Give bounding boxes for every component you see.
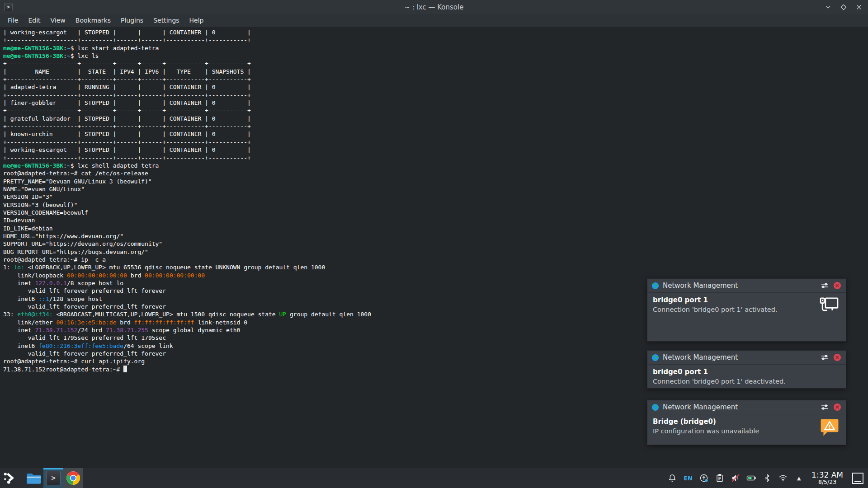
notification-settings-button[interactable] (820, 353, 829, 362)
chrome-icon (66, 470, 81, 486)
notification-message: Connection 'bridge0 port 1' activated. (653, 306, 840, 313)
sliders-icon (821, 282, 829, 290)
app-launcher-button[interactable] (0, 468, 20, 488)
terminal-line: root@adapted-tetra:~# ip -c a (3, 256, 868, 263)
volume-muted-icon[interactable] (730, 472, 741, 484)
globe-icon (651, 354, 659, 361)
terminal-line: HOME_URL="https://www.devuan.org/" (3, 232, 868, 240)
menu-file[interactable]: File (3, 15, 23, 26)
globe-icon (651, 282, 659, 290)
window-title: ~ : lxc — Konsole (0, 3, 868, 11)
menu-bookmarks[interactable]: Bookmarks (71, 15, 116, 26)
notification-app-name: Network Management (663, 403, 816, 411)
close-circle-icon (833, 282, 841, 290)
notification-message: Connection 'bridge0 port 1' deactivated. (653, 378, 840, 385)
menu-plugins[interactable]: Plugins (116, 15, 148, 26)
close-circle-icon (833, 353, 841, 361)
terminal-line: ID=devuan (3, 216, 868, 224)
close-icon (855, 4, 863, 11)
maximize-button[interactable] (839, 3, 848, 12)
close-circle-icon (833, 403, 841, 411)
terminal-line: +--------------------+---------+------+-… (3, 75, 868, 83)
network-connected-icon (819, 296, 840, 317)
warning-icon (820, 418, 840, 439)
terminal-line: inet6 fe80::216:3eff:fee5:bade/64 scope … (3, 342, 868, 350)
clock-date: 8/5/23 (811, 479, 843, 485)
notification-close-button[interactable] (833, 353, 842, 362)
terminal-line: SUPPORT_URL="https://devuan.org/os/commu… (3, 240, 868, 248)
notification-settings-button[interactable] (820, 403, 829, 412)
wifi-icon[interactable] (777, 472, 789, 484)
tray-expander-caret[interactable]: ▲ (793, 472, 805, 484)
updates-icon[interactable] (698, 472, 710, 484)
terminal-line: me@me-GWTN156-3BK:~$ lxc ls (3, 52, 868, 60)
bluetooth-icon[interactable] (761, 472, 773, 484)
terminal-line: | known-urchin | STOPPED | | | CONTAINER… (3, 130, 868, 138)
terminal-line: | working-escargot | STOPPED | | | CONTA… (3, 28, 868, 36)
minimize-button[interactable] (824, 3, 833, 12)
terminal-line: +--------------------+---------+------+-… (3, 122, 868, 130)
window-titlebar[interactable]: > ~ : lxc — Konsole (0, 0, 868, 14)
terminal-line: me@me-GWTN156-3BK:~$ lxc shell adapted-t… (3, 162, 868, 169)
notification-title: Bridge (bridge0) (653, 418, 840, 426)
menu-settings[interactable]: Settings (148, 15, 184, 26)
notification-close-button[interactable] (833, 403, 842, 412)
notification-bridge0-activated[interactable]: Network Management bridge0 port 1 Connec… (647, 278, 846, 342)
terminal-line: ID_LIKE=debian (3, 225, 868, 232)
battery-icon[interactable] (745, 472, 757, 484)
chevron-down-icon (825, 4, 832, 11)
terminal-line: +--------------------+---------+------+-… (3, 36, 868, 44)
terminal-line: | finer-gobbler | STOPPED | | | CONTAINE… (3, 99, 868, 107)
notification-bridge0-ip-unavailable[interactable]: Network Management Bridge (bridge0) IP c… (647, 400, 846, 445)
terminal-line: VERSION_ID="3" (3, 193, 868, 201)
dolphin-folder-icon (25, 470, 42, 486)
sliders-icon (821, 403, 829, 411)
notifications-bell-icon[interactable] (666, 472, 678, 484)
taskbar-item-konsole-active[interactable]: > (43, 468, 63, 488)
terminal-line: | working-escargot | STOPPED | | | CONTA… (3, 146, 868, 154)
clock-time: 1:32 AM (811, 471, 843, 479)
menu-view[interactable]: View (46, 15, 71, 26)
terminal-line: | grateful-labrador | STOPPED | | | CONT… (3, 115, 868, 122)
language-label: EN (684, 475, 693, 482)
terminal-line: 1: lo: <LOOPBACK,UP,LOWER_UP> mtu 65536 … (3, 263, 868, 271)
close-button[interactable] (854, 3, 863, 12)
terminal-line: PRETTY_NAME="Devuan GNU/Linux 3 (beowulf… (3, 178, 868, 185)
diamond-icon (840, 4, 847, 11)
terminal-line: +--------------------+---------+------+-… (3, 138, 868, 146)
desktop: > ~ : lxc — Konsole File Edit View Bookm… (0, 0, 868, 488)
menubar: File Edit View Bookmarks Plugins Setting… (0, 14, 868, 27)
terminal-line: +--------------------+---------+------+-… (3, 107, 868, 114)
terminal-line: +--------------------+---------+------+-… (3, 154, 868, 162)
menu-help[interactable]: Help (184, 15, 209, 26)
taskbar-item-chrome[interactable] (63, 468, 83, 488)
notification-app-name: Network Management (663, 282, 816, 290)
notification-bridge0-deactivated[interactable]: Network Management bridge0 port 1 Connec… (647, 350, 846, 389)
menu-edit[interactable]: Edit (23, 15, 45, 26)
notification-settings-button[interactable] (820, 281, 829, 290)
globe-icon (651, 404, 659, 411)
clock[interactable]: 1:32 AM 8/5/23 (809, 471, 846, 485)
kde-launcher-icon (3, 471, 17, 485)
keyboard-layout-indicator[interactable]: EN (682, 472, 694, 484)
taskbar-item-dolphin[interactable] (24, 468, 43, 488)
notification-title: bridge0 port 1 (653, 296, 840, 304)
notification-app-name: Network Management (663, 353, 816, 361)
terminal-line: me@me-GWTN156-3BK:~$ lxc start adapted-t… (3, 44, 868, 52)
show-desktop-button[interactable] (850, 468, 865, 488)
terminal-line: +--------------------+---------+------+-… (3, 60, 868, 67)
terminal-line: VERSION="3 (beowulf)" (3, 201, 868, 209)
notification-message: IP configuration was unavailable (653, 427, 840, 435)
terminal-line: +--------------------+---------+------+-… (3, 91, 868, 99)
terminal-line: | adapted-tetra | RUNNING | | | CONTAINE… (3, 83, 868, 91)
konsole-icon: > (46, 471, 61, 485)
terminal-line: VERSION_CODENAME=beowulf (3, 209, 868, 216)
terminal-line: root@adapted-tetra:~# cat /etc/os-releas… (3, 169, 868, 177)
notification-close-button[interactable] (833, 281, 842, 290)
terminal-line: NAME="Devuan GNU/Linux" (3, 185, 868, 193)
terminal-cursor (123, 366, 127, 372)
clipboard-icon[interactable] (714, 472, 726, 484)
notification-title: bridge0 port 1 (653, 368, 840, 376)
sliders-icon (821, 353, 829, 361)
taskbar: > EN (0, 468, 868, 488)
